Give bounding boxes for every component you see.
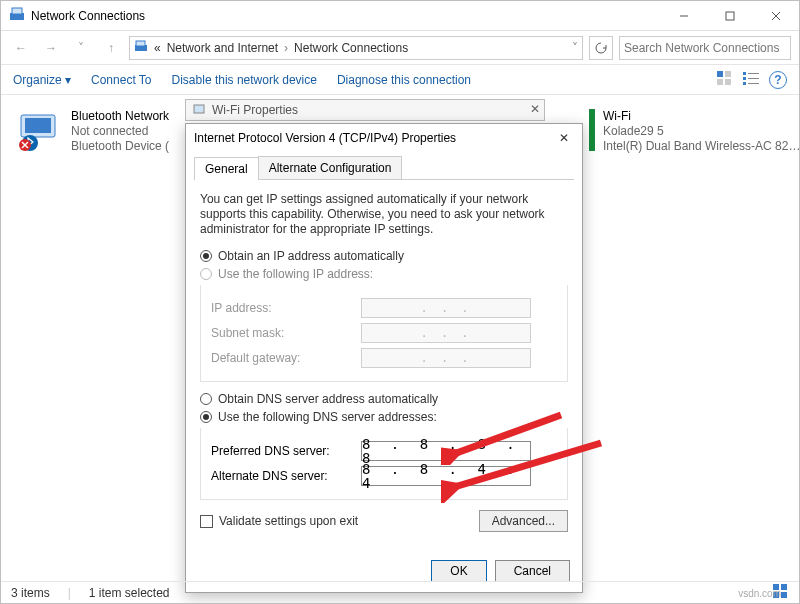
svg-rect-10: [717, 79, 723, 85]
wifi-adapter-icon: [589, 109, 595, 151]
up-button[interactable]: ˅: [69, 36, 93, 60]
radio-use-dns[interactable]: Use the following DNS server addresses:: [200, 410, 568, 424]
ip-label: IP address:: [211, 301, 361, 315]
back-button[interactable]: ←: [9, 36, 33, 60]
svg-rect-1: [12, 8, 22, 14]
view-details-button[interactable]: [743, 71, 759, 88]
ipv4-properties-dialog: Internet Protocol Version 4 (TCP/IPv4) P…: [185, 123, 583, 593]
radio-label: Use the following DNS server addresses:: [218, 410, 437, 424]
svg-rect-19: [25, 118, 51, 133]
advanced-button[interactable]: Advanced...: [479, 510, 568, 532]
wifi-properties-titlebar: Wi-Fi Properties ✕: [185, 99, 545, 121]
status-items: 3 items: [11, 586, 50, 600]
network-item-bluetooth[interactable]: Bluetooth Network Not connected Bluetoot…: [19, 109, 169, 154]
bluetooth-adapter-icon: [19, 109, 63, 151]
help-button[interactable]: ?: [769, 71, 787, 89]
nc-icon: [134, 39, 148, 56]
checkbox-icon: [200, 515, 213, 528]
radio-icon: [200, 393, 212, 405]
pref-dns-label: Preferred DNS server:: [211, 444, 361, 458]
ip-input: . . .: [361, 298, 531, 318]
radio-obtain-ip[interactable]: Obtain an IP address automatically: [200, 249, 568, 263]
status-selected: 1 item selected: [89, 586, 170, 600]
cancel-button[interactable]: Cancel: [495, 560, 570, 582]
forward-button[interactable]: →: [39, 36, 63, 60]
svg-rect-14: [743, 77, 746, 80]
bc-item[interactable]: Network and Internet: [167, 41, 278, 55]
bc-item[interactable]: Network Connections: [294, 41, 408, 55]
ok-button[interactable]: OK: [431, 560, 486, 582]
validate-label: Validate settings upon exit: [219, 514, 358, 528]
svg-rect-7: [136, 41, 145, 46]
maximize-button[interactable]: [707, 1, 753, 31]
connect-to-button[interactable]: Connect To: [91, 73, 152, 87]
svg-rect-25: [194, 105, 204, 113]
minimize-button[interactable]: [661, 1, 707, 31]
wifi-properties-title: Wi-Fi Properties: [212, 103, 298, 117]
pref-dns-input[interactable]: 8 . 8 . 8 . 8: [361, 441, 531, 461]
dialog-close-button[interactable]: ✕: [554, 128, 574, 148]
item-name: Wi-Fi: [603, 109, 800, 124]
alt-dns-input[interactable]: 8 . 8 . 4 . 4: [361, 466, 531, 486]
watermark: vsdn.com: [738, 588, 781, 599]
refresh-button[interactable]: [589, 36, 613, 60]
tab-general[interactable]: General: [194, 157, 259, 180]
toolbar: Organize ▾ Connect To Disable this netwo…: [1, 65, 799, 95]
disable-device-button[interactable]: Disable this network device: [172, 73, 317, 87]
network-item-wifi[interactable]: Wi-Fi Kolade29 5 Intel(R) Dual Band Wire…: [589, 109, 789, 154]
svg-rect-29: [781, 584, 787, 590]
radio-use-ip[interactable]: Use the following IP address:: [200, 267, 568, 281]
chevron-down-icon[interactable]: ˅: [572, 41, 578, 55]
tab-alternate[interactable]: Alternate Configuration: [258, 156, 403, 179]
up-arrow-button[interactable]: ↑: [99, 36, 123, 60]
ip-group: IP address:. . . Subnet mask:. . . Defau…: [200, 285, 568, 382]
view-icons-button[interactable]: [717, 71, 733, 88]
breadcrumb[interactable]: « Network and Internet › Network Connect…: [129, 36, 583, 60]
dialog-body: You can get IP settings assigned automat…: [186, 180, 582, 528]
bc-root[interactable]: «: [154, 41, 161, 55]
radio-label: Obtain an IP address automatically: [218, 249, 404, 263]
svg-rect-31: [781, 592, 787, 598]
svg-rect-24: [589, 109, 595, 151]
item-device: Bluetooth Device (: [71, 139, 169, 154]
statusbar: 3 items | 1 item selected: [1, 581, 799, 603]
adapter-icon: [192, 102, 206, 119]
svg-rect-13: [748, 73, 759, 74]
dns-group: Preferred DNS server:8 . 8 . 8 . 8 Alter…: [200, 428, 568, 500]
radio-icon: [200, 268, 212, 280]
svg-rect-16: [743, 82, 746, 85]
alt-dns-label: Alternate DNS server:: [211, 469, 361, 483]
close-icon[interactable]: ✕: [530, 102, 540, 116]
subnet-input: . . .: [361, 323, 531, 343]
description-text: You can get IP settings assigned automat…: [200, 192, 568, 237]
radio-obtain-dns[interactable]: Obtain DNS server address automatically: [200, 392, 568, 406]
diagnose-button[interactable]: Diagnose this connection: [337, 73, 471, 87]
organize-menu[interactable]: Organize ▾: [13, 73, 71, 87]
navbar: ← → ˅ ↑ « Network and Internet › Network…: [1, 31, 799, 65]
svg-rect-12: [743, 72, 746, 75]
chevron-right-icon: ›: [284, 41, 288, 55]
radio-label: Use the following IP address:: [218, 267, 373, 281]
radio-icon: [200, 411, 212, 423]
svg-rect-3: [726, 12, 734, 20]
item-name: Bluetooth Network: [71, 109, 169, 124]
dialog-titlebar: Internet Protocol Version 4 (TCP/IPv4) P…: [186, 124, 582, 152]
svg-rect-17: [748, 83, 759, 84]
item-device: Intel(R) Dual Band Wireless-AC 82…: [603, 139, 800, 154]
explorer-window: Network Connections ← → ˅ ↑ « Network an…: [0, 0, 800, 604]
close-button[interactable]: [753, 1, 799, 31]
tabs: General Alternate Configuration: [194, 156, 574, 180]
nc-icon: [9, 6, 25, 25]
svg-rect-9: [725, 71, 731, 77]
dialog-title: Internet Protocol Version 4 (TCP/IPv4) P…: [194, 131, 456, 145]
search-input[interactable]: Search Network Connections: [619, 36, 791, 60]
item-status: Kolade29 5: [603, 124, 800, 139]
gateway-label: Default gateway:: [211, 351, 361, 365]
divider: |: [68, 586, 71, 600]
radio-label: Obtain DNS server address automatically: [218, 392, 438, 406]
radio-icon: [200, 250, 212, 262]
gateway-input: . . .: [361, 348, 531, 368]
subnet-label: Subnet mask:: [211, 326, 361, 340]
titlebar: Network Connections: [1, 1, 799, 31]
item-status: Not connected: [71, 124, 169, 139]
